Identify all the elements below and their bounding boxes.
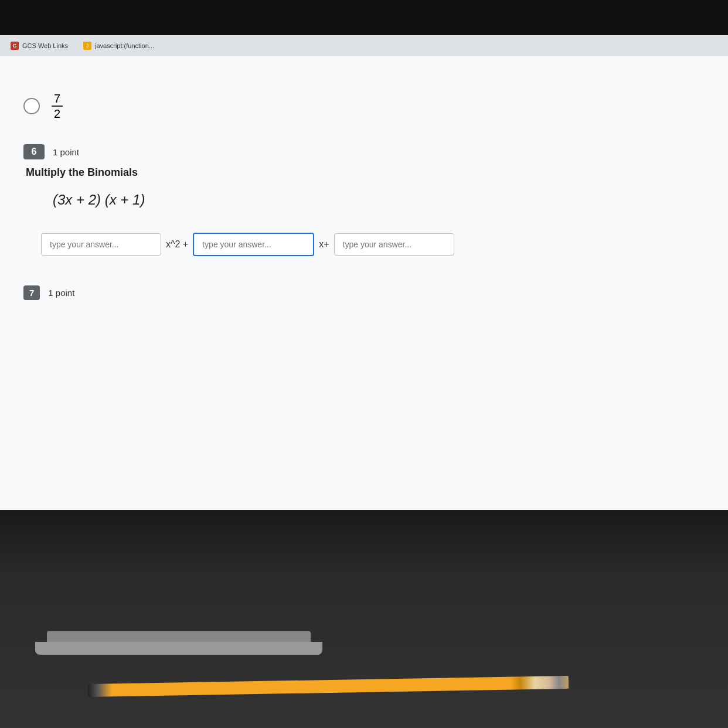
tab-js-label: javascript:(function...	[95, 42, 154, 49]
answer-input-2[interactable]	[193, 233, 314, 256]
question-6-header: 6 1 point	[23, 144, 705, 159]
question-6-block: 6 1 point Multiply the Binomials (3x + 2…	[23, 144, 705, 256]
top-black-bar	[0, 0, 728, 36]
gcs-tab-icon: G	[11, 42, 19, 50]
laptop-bottom-edge	[47, 631, 311, 643]
answer-row: x^2 + x+	[41, 233, 705, 256]
fraction-numerator: 7	[52, 91, 63, 107]
laptop-base	[35, 642, 322, 655]
question-7-points: 1 point	[48, 288, 74, 298]
tab-gcs-label: GCS Web Links	[22, 42, 68, 49]
pencil	[88, 676, 569, 697]
fraction-radio[interactable]	[23, 98, 40, 114]
question-area: 7 2 6 1 point Multiply the Binomials (3x…	[0, 80, 728, 312]
tab-gcs[interactable]: G GCS Web Links	[6, 39, 73, 52]
question-6-title: Multiply the Binomials	[26, 166, 705, 179]
answer-input-3[interactable]	[334, 233, 454, 256]
content-area: 7 2 6 1 point Multiply the Binomials (3x…	[0, 56, 728, 545]
js-tab-icon: J	[83, 42, 91, 50]
operator-x-plus: x+	[319, 239, 329, 250]
question-7-number: 7	[23, 285, 40, 300]
tab-js[interactable]: J javascript:(function...	[79, 39, 159, 52]
fraction-denominator: 2	[52, 107, 63, 121]
question-6-points: 1 point	[53, 147, 79, 157]
operator-x2-plus: x^2 +	[166, 239, 188, 250]
fraction-display: 7 2	[52, 91, 63, 121]
question-7-block: 7 1 point	[23, 285, 705, 300]
screen: G GCS Web Links J javascript:(function..…	[0, 35, 728, 545]
fraction-row: 7 2	[23, 91, 705, 121]
browser-bar: G GCS Web Links J javascript:(function..…	[0, 35, 728, 56]
desk-area	[0, 510, 728, 728]
answer-input-1[interactable]	[41, 233, 161, 256]
question-6-number: 6	[23, 144, 45, 159]
question-6-expression: (3x + 2) (x + 1)	[53, 192, 705, 208]
